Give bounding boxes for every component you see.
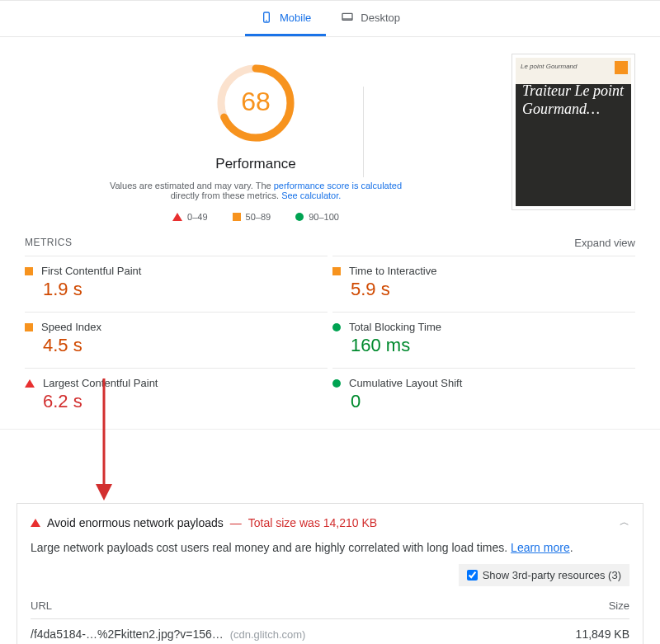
metric-tti-value: 5.9 s: [332, 279, 635, 300]
square-icon: [25, 323, 33, 331]
square-icon: [332, 267, 341, 275]
square-icon: [233, 213, 241, 221]
performance-label: Performance: [25, 156, 487, 172]
preview-logo: Le point Gourmand: [521, 63, 578, 70]
preview-title: Traiteur Le point Gourmand…: [516, 58, 631, 143]
metric-tti: Time to Interactive 5.9 s: [332, 256, 635, 307]
audit-description: Large network payloads cost users real m…: [31, 541, 629, 554]
tab-mobile-label: Mobile: [280, 12, 311, 24]
svg-marker-7: [96, 484, 112, 501]
chevron-up-icon[interactable]: ︿: [620, 515, 629, 529]
metric-lcp-value: 6.2 s: [25, 391, 328, 412]
resource-size: 11,849 KB: [531, 619, 629, 645]
tab-mobile[interactable]: Mobile: [245, 1, 326, 36]
tab-desktop-label: Desktop: [361, 12, 400, 24]
resource-path: /f4da5184-…%2Fkitten2.jpg?v=156…: [31, 628, 224, 641]
desktop-icon: [341, 11, 354, 24]
table-row: /f4da5184-…%2Fkitten2.jpg?v=156… (cdn.gl…: [31, 619, 629, 645]
triangle-icon: [31, 519, 40, 527]
learn-more-link[interactable]: Learn more: [511, 541, 570, 554]
metric-si-value: 4.5 s: [25, 335, 328, 356]
annotation-arrow-icon: [87, 378, 120, 502]
triangle-icon: [25, 379, 35, 388]
preview-badge-icon: [615, 61, 628, 74]
metric-tbt-value: 160 ms: [332, 335, 635, 356]
third-party-toggle[interactable]: Show 3rd-party resources (3): [459, 564, 629, 586]
score-legend: 0–49 50–89 90–100: [25, 212, 487, 222]
performance-description: Values are estimated and may vary. The p…: [25, 181, 487, 200]
square-icon: [25, 267, 33, 275]
device-tabs: Mobile Desktop: [0, 0, 660, 37]
metric-cls: Cumulative Layout Shift 0: [332, 368, 635, 419]
tab-desktop[interactable]: Desktop: [326, 1, 415, 36]
page-preview: Le point Gourmand Traiteur Le point Gour…: [512, 54, 635, 210]
score-gauge: 68: [214, 62, 297, 144]
circle-icon: [332, 323, 341, 331]
vertical-divider: [363, 87, 364, 177]
audit-network-payloads: Avoid enormous network payloads — Total …: [16, 503, 644, 644]
audit-total-size: Total size was 14,210 KB: [248, 516, 377, 529]
metric-cls-value: 0: [332, 391, 635, 412]
metric-tbt: Total Blocking Time 160 ms: [332, 312, 635, 363]
metric-fcp: First Contentful Paint 1.9 s: [25, 256, 328, 307]
audit-title: Avoid enormous network payloads: [47, 516, 224, 529]
score-value: 68: [214, 87, 297, 117]
audit-table: URL Size /f4da5184-…%2Fkitten2.jpg?v=156…: [31, 593, 629, 644]
metric-fcp-value: 1.9 s: [25, 279, 328, 300]
col-url: URL: [31, 593, 531, 619]
performance-score-section: 68 Performance Values are estimated and …: [25, 54, 487, 222]
metric-si: Speed Index 4.5 s: [25, 312, 328, 363]
calculator-link[interactable]: See calculator.: [281, 190, 341, 200]
resource-host: (cdn.glitch.com): [230, 628, 306, 641]
circle-icon: [332, 379, 341, 388]
col-size: Size: [531, 593, 629, 619]
expand-view-link[interactable]: Expand view: [574, 237, 635, 249]
metric-lcp: Largest Contentful Paint 6.2 s: [25, 368, 328, 419]
triangle-icon: [172, 213, 182, 221]
metrics-heading: METRICS: [25, 237, 73, 249]
circle-icon: [295, 213, 304, 221]
score-calc-link[interactable]: performance score is calculated: [274, 181, 402, 190]
third-party-checkbox[interactable]: [467, 570, 478, 581]
mobile-icon: [260, 11, 273, 24]
